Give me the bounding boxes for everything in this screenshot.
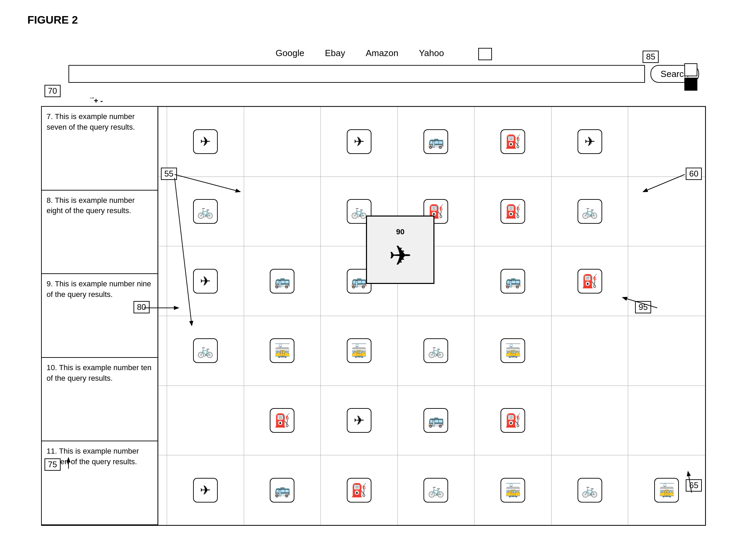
grid-cell[interactable]: ⛽: [474, 386, 552, 455]
icon-box: 🚲: [423, 338, 448, 363]
square-btn-2[interactable]: [684, 78, 697, 91]
grid-cell[interactable]: [628, 386, 705, 455]
address-row: Search: [68, 65, 699, 83]
grid-cell[interactable]: [159, 455, 167, 525]
nav-yahoo[interactable]: Yahoo: [419, 48, 444, 60]
label-55: 55: [161, 168, 177, 180]
grid-cell[interactable]: 🚲: [551, 455, 628, 525]
browser-chrome: Google Ebay Amazon Yahoo Search: [68, 48, 699, 83]
icon-box: 🚌: [501, 269, 525, 294]
icon-box: ⛽: [501, 129, 525, 154]
label-60: 60: [686, 168, 702, 180]
nav-links: Google Ebay Amazon Yahoo: [276, 48, 492, 60]
grid-cell[interactable]: 🚌: [244, 455, 321, 525]
icon-box: ✈: [578, 129, 602, 154]
icon-box: 🚋: [501, 338, 525, 363]
main-content-area: 7. This is example number seven of the q…: [41, 106, 706, 526]
icon-box: 🚌: [270, 478, 294, 503]
grid-cell[interactable]: ⛽: [474, 107, 552, 177]
grid-cell[interactable]: [628, 316, 705, 386]
icon-box: ✈: [347, 408, 371, 433]
grid-cell[interactable]: 🚌: [474, 246, 552, 316]
figure-title: FIGURE 2: [27, 14, 78, 26]
nav-amazon[interactable]: Amazon: [366, 48, 398, 60]
grid-cell[interactable]: [167, 386, 244, 455]
nav-google[interactable]: Google: [276, 48, 304, 60]
grid-cell[interactable]: ✈: [167, 246, 244, 316]
icon-box: ✈: [193, 269, 218, 294]
icon-box: ✈: [193, 129, 218, 154]
label-70: 70: [45, 85, 61, 97]
grid-cell[interactable]: 🚲: [397, 316, 474, 386]
top-right-squares: [684, 63, 697, 91]
grid-cell[interactable]: ⛽: [474, 177, 552, 246]
grid-cell[interactable]: [159, 107, 167, 177]
address-bar[interactable]: [68, 65, 645, 83]
grid-cell[interactable]: [628, 107, 705, 177]
icon-box: 🚲: [578, 478, 602, 503]
grid-cell[interactable]: 🚋: [474, 316, 552, 386]
grid-cell[interactable]: [244, 177, 321, 246]
icon-box: 🚲: [193, 338, 218, 363]
result-item-9: 9. This is example number nine of the qu…: [42, 274, 157, 358]
popup-overlay-90: 90 ✈: [366, 216, 434, 284]
grid-cell[interactable]: [159, 246, 167, 316]
popup-icon-airplane: ✈: [389, 240, 412, 272]
grid-cell[interactable]: 🚋: [321, 316, 398, 386]
icon-box: 🚋: [654, 478, 679, 503]
grid-cell[interactable]: ⛽: [551, 246, 628, 316]
icon-box: ⛽: [501, 408, 525, 433]
result-item-11: 11. This is example number eleven of the…: [42, 441, 157, 525]
label-85: 85: [643, 51, 659, 63]
label-80: 80: [134, 301, 150, 313]
grid-cell[interactable]: [551, 386, 628, 455]
icon-box: 🚌: [423, 408, 448, 433]
icon-box: 🚌: [423, 129, 448, 154]
grid-cell[interactable]: 🚲: [551, 177, 628, 246]
grid-cell[interactable]: [159, 316, 167, 386]
grid-cell[interactable]: ⛽: [244, 386, 321, 455]
browser-square-btn[interactable]: [478, 48, 492, 60]
square-btn-1[interactable]: [684, 63, 697, 76]
icon-box: ⛽: [270, 408, 294, 433]
nav-ebay[interactable]: Ebay: [325, 48, 345, 60]
grid-cell[interactable]: [628, 177, 705, 246]
grid-cell[interactable]: [244, 107, 321, 177]
icon-table: ✈✈🚌⛽✈🚲🚲⛽⛽🚲✈🚌🚌🚌⛽🚲🚋🚋🚲🚋⛽✈🚌⛽✈🚌⛽🚲🚋🚲🚋: [158, 107, 705, 525]
icon-box: 🚲: [193, 199, 218, 224]
grid-cell[interactable]: ✈: [551, 107, 628, 177]
grid-cell[interactable]: ✈: [167, 455, 244, 525]
icon-box: ✈: [193, 478, 218, 503]
result-item-8: 8. This is example number eight of the q…: [42, 191, 157, 274]
icon-box: 🚋: [270, 338, 294, 363]
plus-minus-controls[interactable]: + -: [94, 96, 103, 105]
result-item-10: 10. This is example number ten of the qu…: [42, 358, 157, 442]
grid-cell[interactable]: 🚲: [167, 177, 244, 246]
grid-cell[interactable]: 🚲: [397, 455, 474, 525]
result-item-7: 7. This is example number seven of the q…: [42, 107, 157, 191]
grid-cell[interactable]: [159, 386, 167, 455]
grid-cell[interactable]: 🚌: [397, 386, 474, 455]
grid-cell[interactable]: ✈: [321, 107, 398, 177]
grid-cell[interactable]: 🚌: [397, 107, 474, 177]
grid-cell[interactable]: ✈: [321, 386, 398, 455]
icon-box: ⛽: [347, 478, 371, 503]
label-95: 95: [635, 301, 651, 313]
icon-box: 🚋: [347, 338, 371, 363]
icon-box: 🚲: [423, 478, 448, 503]
grid-cell[interactable]: 🚋: [244, 316, 321, 386]
icon-box: ✈: [347, 129, 371, 154]
grid-cell[interactable]: [159, 177, 167, 246]
icon-box: 🚋: [501, 478, 525, 503]
grid-cell[interactable]: 🚌: [244, 246, 321, 316]
grid-cell[interactable]: [551, 316, 628, 386]
grid-cell[interactable]: 🚋: [474, 455, 552, 525]
icon-box: ⛽: [501, 199, 525, 224]
icon-box: ⛽: [578, 269, 602, 294]
label-75: 75: [45, 458, 61, 471]
popup-label-90: 90: [396, 227, 404, 236]
grid-cell[interactable]: ✈: [167, 107, 244, 177]
icon-grid-panel: ✈✈🚌⛽✈🚲🚲⛽⛽🚲✈🚌🚌🚌⛽🚲🚋🚋🚲🚋⛽✈🚌⛽✈🚌⛽🚲🚋🚲🚋 90 ✈: [158, 107, 705, 525]
grid-cell[interactable]: ⛽: [321, 455, 398, 525]
grid-cell[interactable]: 🚲: [167, 316, 244, 386]
